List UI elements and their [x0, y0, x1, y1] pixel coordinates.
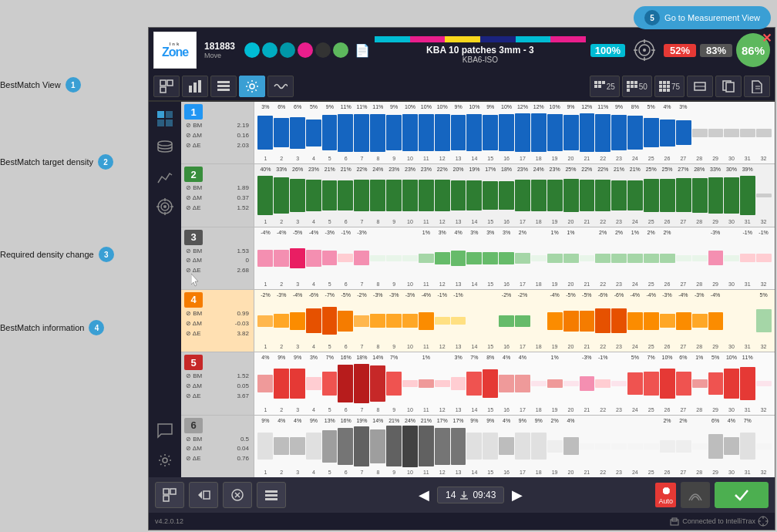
wave-icon — [274, 79, 288, 93]
svg-rect-31 — [667, 81, 670, 84]
svg-rect-46 — [157, 120, 164, 126]
nav-icon-2 — [196, 487, 211, 503]
ann-label-1: BestMatch View — [0, 80, 61, 89]
job-number: 181883 — [204, 41, 235, 52]
grid-icon — [594, 81, 605, 92]
svg-rect-30 — [663, 81, 666, 84]
color-dots — [244, 42, 348, 58]
page: 5 Go to Measurement View Ink Zone 181883… — [0, 0, 777, 532]
signal-icon-container — [681, 482, 710, 508]
sidebar-view-icon[interactable] — [153, 106, 177, 131]
row-3-top-pcts: -4%-4%-5%-4%-3%-1%-3%1%3%4%3%3%3%2%1%1%2… — [254, 227, 775, 237]
row-5-number: 5 — [184, 355, 203, 370]
download-icon — [459, 490, 469, 500]
close-button[interactable]: ✕ — [762, 31, 772, 45]
row-4-content: -2%-3%-4%-6%-7%-5%-2%-3%-3%-3%-4%-1%-1%-… — [254, 290, 775, 352]
sidebar-target-icon[interactable] — [153, 194, 177, 219]
row-3-stats: ⊘ BM1.53 ⊘ ΔM0 ⊘ ΔE2.68 — [184, 247, 251, 276]
toolbar-grid-75[interactable]: 75 — [654, 76, 684, 97]
row-6-label: 6 ⊘ BM0.5 ⊘ ΔM0.04 ⊘ ΔE0.76 — [181, 416, 254, 477]
stat-83: 83% — [700, 44, 732, 57]
status-bar: v4.2.0.12 Connected to IntelliTrax — [149, 513, 775, 530]
list-icon — [217, 79, 230, 93]
svg-rect-64 — [265, 490, 278, 493]
row-6-top-pcts: 9%4%4%9%13%16%19%14%21%24%21%17%17%9%9%4… — [254, 416, 775, 426]
toolbar-wave-btn[interactable] — [267, 76, 294, 97]
svg-rect-65 — [265, 494, 278, 497]
goto-label: Go to Measurement View — [664, 13, 760, 22]
row-1-numbers: 1234567891011121314151617181920212223242… — [254, 153, 775, 163]
svg-rect-47 — [166, 120, 173, 126]
toolbar-grid-50[interactable]: 50 — [622, 76, 652, 97]
row-3-bars — [254, 237, 775, 279]
toolbar-copy-btn[interactable] — [715, 76, 742, 97]
toolbar-list-btn[interactable] — [210, 76, 237, 97]
toolbar-doc-btn[interactable] — [744, 76, 770, 97]
target-icon — [634, 39, 655, 61]
sidebar-gear-icon[interactable] — [153, 448, 177, 473]
toolbar: 25 50 75 — [149, 72, 775, 102]
goto-measurement-button[interactable]: 5 Go to Measurement View — [634, 6, 771, 29]
cyan-dot — [244, 42, 260, 58]
signal-icon — [687, 487, 704, 503]
sidebar-db-icon[interactable] — [153, 136, 177, 160]
app-header: Ink Zone 181883 Move 📄 — [149, 28, 775, 72]
layout-icon — [160, 79, 173, 93]
job-title: KBA 10 patches 3mm - 3 — [375, 45, 586, 56]
row-1-top-pcts: 3%6%6%5%9%11%11%11%9%10%10%10%9%10%9%10%… — [254, 102, 775, 112]
data-row-6: 6 ⊘ BM0.5 ⊘ ΔM0.04 ⊘ ΔE0.76 9%4%4%9%13%1… — [181, 416, 775, 477]
next-button[interactable]: ▶ — [509, 487, 526, 503]
settings-icon — [245, 79, 259, 93]
sidebar-chat-icon[interactable] — [153, 419, 177, 443]
confirm-button[interactable] — [715, 482, 769, 508]
svg-rect-44 — [157, 111, 164, 118]
svg-rect-58 — [170, 489, 176, 494]
ann-num-3: 3 — [99, 247, 114, 262]
magenta-dot — [298, 42, 313, 58]
svg-rect-17 — [594, 81, 597, 84]
toolbar-layout-btn[interactable] — [153, 76, 180, 97]
sidebar-linechart-icon[interactable] — [153, 165, 177, 190]
file-icon: 📄 — [355, 43, 370, 58]
svg-rect-10 — [189, 86, 192, 93]
page-display: 14 09:43 — [437, 487, 504, 503]
data-row-3: 3 ⊘ BM1.53 ⊘ ΔM0 ⊘ ΔE2.68 -4%-4%-5%-4%-3… — [181, 227, 775, 290]
icon-sidebar — [149, 102, 181, 477]
row-6-content: 9%4%4%9%13%16%19%14%21%24%21%17%17%9%9%4… — [254, 416, 775, 477]
move-label: Move — [204, 52, 235, 59]
row-3-number: 3 — [184, 230, 203, 245]
prev-button[interactable]: ◀ — [415, 487, 432, 503]
ann-num-4: 4 — [89, 320, 104, 335]
row-4-label: 4 ⊘ BM0.99 ⊘ ΔM-0.03 ⊘ ΔE3.82 — [181, 290, 254, 352]
toolbar-grid-25[interactable]: 25 — [590, 76, 620, 97]
nav-icon-3 — [230, 487, 245, 503]
svg-point-51 — [163, 205, 166, 208]
svg-rect-29 — [659, 81, 662, 84]
svg-rect-8 — [167, 80, 173, 86]
svg-rect-14 — [217, 85, 230, 87]
nav-btn-1[interactable] — [155, 482, 184, 508]
connection-icon — [669, 516, 680, 527]
row-2-stats: ⊘ BM1.89 ⊘ ΔM0.37 ⊘ ΔE1.52 — [184, 184, 251, 213]
toolbar-minus-btn[interactable] — [687, 76, 713, 97]
doc-icon — [750, 79, 764, 93]
svg-rect-13 — [217, 81, 230, 83]
svg-rect-15 — [217, 89, 230, 91]
svg-rect-20 — [594, 85, 597, 88]
nav-btn-3[interactable] — [223, 482, 252, 508]
nav-btn-4[interactable] — [257, 482, 286, 508]
svg-rect-12 — [198, 80, 201, 93]
row-5-numbers: 1234567891011121314151617181920212223242… — [254, 405, 775, 415]
row-3-numbers: 1234567891011121314151617181920212223242… — [254, 279, 775, 289]
svg-rect-7 — [160, 80, 166, 86]
svg-rect-18 — [598, 81, 601, 84]
auto-toggle[interactable]: ⏺ Auto — [655, 483, 676, 507]
svg-rect-37 — [667, 89, 670, 92]
svg-point-2 — [643, 49, 646, 52]
nav-btn-2[interactable] — [189, 482, 218, 508]
nav-icon-4 — [264, 487, 279, 503]
toolbar-chart-btn[interactable] — [182, 76, 208, 97]
svg-rect-33 — [663, 85, 666, 88]
toolbar-settings-btn[interactable] — [239, 76, 265, 97]
svg-rect-36 — [663, 89, 666, 92]
